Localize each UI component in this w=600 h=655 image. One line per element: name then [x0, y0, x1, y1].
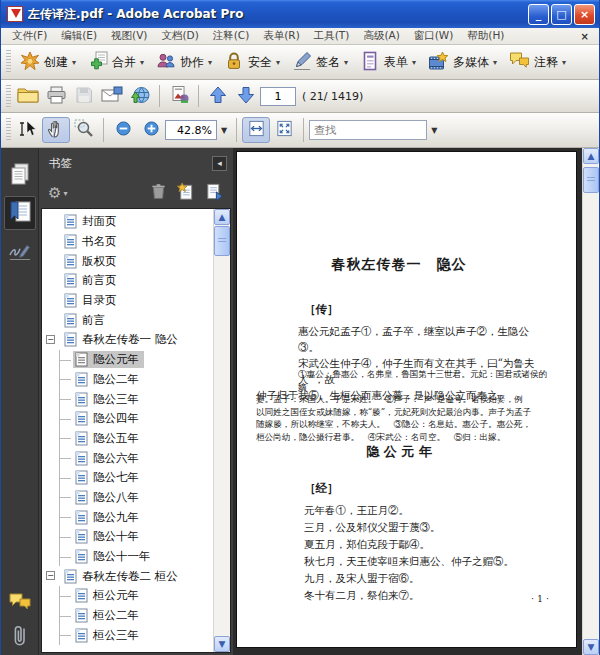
bookmarks-panel-button[interactable]	[4, 196, 36, 230]
bookmark-item[interactable]: 隐公三年	[42, 389, 213, 409]
collaborate-task-button[interactable]: 协作▾	[150, 48, 218, 77]
bookmark-item[interactable]: 隐公五年	[42, 429, 213, 449]
bookmark-item[interactable]: 隐公四年	[42, 409, 213, 429]
bookmark-item[interactable]: 隐公七年	[42, 468, 213, 488]
fit-width-button[interactable]	[242, 117, 270, 143]
tree-connector	[59, 557, 71, 558]
menu-item[interactable]: 窗口(W)	[407, 29, 461, 43]
zoom-dropdown-caret-icon[interactable]: ▼	[217, 126, 231, 135]
previous-page-button[interactable]	[204, 83, 232, 109]
scroll-down-icon[interactable]: ▼	[214, 636, 230, 652]
bookmark-item[interactable]: 隐公六年	[42, 448, 213, 468]
bookmark-item[interactable]: 前言	[42, 310, 213, 330]
menu-item[interactable]: 编辑(E)	[54, 29, 104, 43]
menu-item[interactable]: 视图(V)	[104, 29, 154, 43]
print-button[interactable]	[42, 83, 70, 109]
bookmark-item[interactable]: 隐公十年	[42, 527, 213, 547]
multimedia-task-button[interactable]: 多媒体▾	[422, 48, 503, 77]
export-button[interactable]	[165, 83, 193, 109]
page-number-input[interactable]	[260, 87, 296, 106]
sign-task-button[interactable]: 签名▾	[286, 48, 354, 77]
bookmark-item[interactable]: −春秋左传卷二 桓公	[42, 566, 213, 586]
next-page-button[interactable]	[232, 83, 260, 109]
bookmark-item[interactable]: 桓公元年	[42, 586, 213, 606]
bookmark-item[interactable]: 目录页	[42, 291, 213, 311]
hand-tool-button[interactable]	[42, 117, 70, 143]
bookmark-item[interactable]: 桓公二年	[42, 606, 213, 626]
zoom-level-value: 42.8%	[177, 124, 212, 137]
find-dropdown-caret-icon[interactable]: ▼	[427, 126, 441, 135]
forms-task-button[interactable]: 表单▾	[354, 48, 422, 77]
scrollbar-thumb[interactable]	[214, 226, 230, 256]
email-button[interactable]	[98, 83, 126, 109]
menu-item[interactable]: 表单(R)	[256, 29, 307, 43]
close-button[interactable]: ×	[574, 4, 595, 25]
find-field[interactable]	[309, 120, 427, 140]
maximize-button[interactable]: □	[551, 4, 572, 25]
bookmark-item[interactable]: 隐公九年	[42, 507, 213, 527]
chevron-down-icon: ▾	[208, 58, 212, 67]
text-line: ①惠公：鲁惠公，名弗皇，鲁国第十三世君。元妃：国君或诸侯的嫡	[256, 368, 551, 393]
scrollbar-thumb[interactable]	[583, 167, 599, 193]
pdf-page[interactable]: 春秋左传卷一 隐公 ［传］ 惠公元妃孟子①，孟子卒，继室以声子②，生隐公③。宋武…	[236, 151, 577, 648]
bookmark-item[interactable]: 隐公二年	[42, 370, 213, 390]
bookmark-item[interactable]: 书名页	[42, 232, 213, 252]
find-input[interactable]	[310, 124, 426, 137]
bookmark-item[interactable]: 隐公十一年	[42, 547, 213, 567]
pages-panel-button[interactable]	[4, 158, 36, 192]
attachments-panel-button[interactable]	[4, 620, 36, 654]
save-button[interactable]	[70, 83, 98, 109]
bookmark-item[interactable]: −春秋左传卷一 隐公	[42, 330, 213, 350]
collapse-node-icon[interactable]: −	[46, 571, 55, 580]
bookmark-item[interactable]: 前言页	[42, 271, 213, 291]
collapse-panel-button[interactable]: ◂	[212, 156, 227, 171]
menu-item[interactable]: 工具(T)	[307, 29, 357, 43]
scroll-up-icon[interactable]: ▲	[214, 209, 230, 225]
jing-label: ［经］	[304, 481, 339, 496]
zoom-in-button[interactable]	[137, 117, 165, 143]
comment-task-button[interactable]: 注释▾	[503, 48, 572, 76]
bookmark-item[interactable]: 桓公三年	[42, 625, 213, 645]
create-task-button[interactable]: 创建▾	[14, 48, 82, 77]
menu-item[interactable]: 帮助(H)	[460, 29, 511, 43]
secure-task-button[interactable]: 安全▾	[218, 48, 286, 77]
bookmark-page-icon	[64, 569, 77, 584]
expand-bookmark-button[interactable]	[202, 181, 227, 205]
menu-item[interactable]: 高级(A)	[356, 29, 406, 43]
bookmark-label: 隐公十一年	[93, 549, 151, 564]
bookmark-label: 版权页	[82, 254, 117, 269]
open-button[interactable]	[14, 83, 42, 109]
document-scrollbar[interactable]: ▲ ▼	[582, 148, 599, 655]
minimize-button[interactable]: _	[528, 4, 549, 25]
toolbar-close-icon[interactable]: ×	[575, 31, 595, 42]
collapse-node-icon[interactable]: −	[46, 335, 55, 344]
bookmarks-scrollbar[interactable]: ▲ ▼	[213, 209, 230, 652]
bookmark-item[interactable]: 封面页	[42, 212, 213, 232]
sign-icon	[292, 51, 312, 74]
zoom-out-button[interactable]	[109, 117, 137, 143]
task-button-label: 创建	[44, 54, 68, 71]
scroll-up-icon[interactable]: ▲	[583, 148, 599, 164]
fit-page-button[interactable]	[270, 117, 298, 143]
zoom-level-field[interactable]: 42.8%	[165, 120, 217, 140]
scroll-down-icon[interactable]: ▼	[583, 639, 599, 655]
bookmark-label: 隐公十年	[93, 529, 139, 544]
zoom-tool-button[interactable]	[70, 117, 98, 143]
signatures-panel-button[interactable]	[4, 236, 36, 270]
bookmark-options-button[interactable]: ⚙▾	[45, 181, 70, 205]
delete-bookmark-button[interactable]	[148, 181, 169, 205]
combine-task-button[interactable]: 合并▾	[82, 48, 150, 77]
menu-item[interactable]: 注释(C)	[206, 29, 257, 43]
tree-connector	[59, 537, 71, 538]
comments-panel-button[interactable]	[4, 586, 36, 620]
bookmark-item[interactable]: 版权页	[42, 251, 213, 271]
menu-item[interactable]: 文档(D)	[154, 29, 205, 43]
select-tool-button[interactable]	[14, 117, 42, 143]
bookmark-item[interactable]: 隐公元年	[42, 350, 213, 370]
upload-button[interactable]	[126, 83, 154, 109]
bookmark-item[interactable]: 隐公八年	[42, 488, 213, 508]
task-button-label: 合并	[112, 54, 136, 71]
gear-icon: ⚙	[48, 186, 61, 201]
new-bookmark-button[interactable]	[173, 181, 198, 205]
menu-item[interactable]: 文件(F)	[5, 29, 54, 43]
